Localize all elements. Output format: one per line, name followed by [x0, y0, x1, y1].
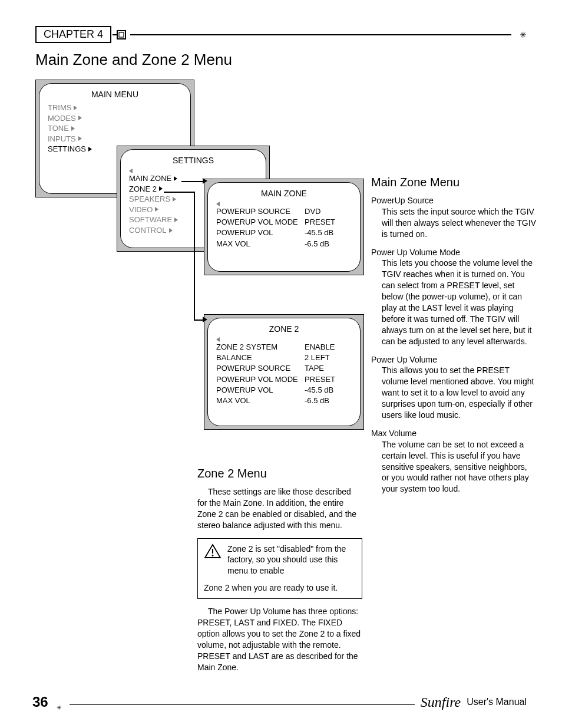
main-zone-explanation: Main Zone Menu PowerUp Source This sets … [371, 176, 536, 502]
arrow-right-icon [203, 178, 207, 184]
chapter-label: CHAPTER 4 [35, 26, 111, 43]
menu-item: TONE [48, 123, 182, 134]
paragraph: The Power Up Volume has three options: P… [197, 606, 362, 673]
kv-row: POWERUP VOL MODEPRESET [216, 374, 352, 385]
arrow-right-icon [74, 106, 77, 110]
definition-entry: Power Up Volume Mode This lets you choos… [371, 247, 536, 347]
arrow-left-icon [129, 169, 133, 173]
arrow-right-icon [71, 126, 75, 131]
page-title: Main Zone and Zone 2 Menu [35, 51, 232, 69]
arrow-right-icon [88, 147, 92, 151]
svg-rect-2 [119, 32, 124, 37]
cable-icon [113, 29, 128, 41]
section-heading: Main Zone Menu [371, 176, 536, 189]
connector-line [181, 181, 204, 182]
arrow-left-icon [216, 202, 220, 206]
warning-icon [204, 543, 222, 559]
kv-row: ZONE 2 SYSTEMENABLE [216, 342, 352, 353]
kv-row: BALANCE2 LEFT [216, 353, 352, 363]
notice-text: Zone 2 when you are ready to use it. [204, 582, 356, 594]
connector-line [164, 192, 194, 193]
back-row [216, 202, 352, 206]
notice-box: Zone 2 is set "disabled" from the factor… [197, 538, 362, 599]
arrow-right-icon [174, 218, 178, 222]
menu-diagram: MAIN MENU TRIMS MODES TONE INPUTS SETTIN… [35, 80, 365, 457]
connector-line [194, 192, 195, 320]
manual-label: User's Manual [467, 697, 527, 707]
brand-name: Sunfire [421, 694, 461, 710]
zone2-explanation: Zone 2 Menu These settings are like thos… [197, 467, 362, 680]
arrow-right-icon [155, 207, 158, 212]
header-rule [130, 34, 511, 35]
definition-entry: Max Volume The volume can be set to not … [371, 428, 536, 495]
star-icon: ✳ [57, 704, 61, 711]
kv-row: POWERUP SOURCEDVD [216, 206, 352, 217]
kv-row: POWERUP VOL-45.5 dB [216, 385, 352, 396]
arrow-left-icon [216, 337, 220, 342]
zone2-panel: ZONE 2 ZONE 2 SYSTEMENABLE BALANCE2 LEFT… [207, 318, 361, 426]
arrow-right-icon [78, 116, 82, 120]
page-footer: 36 ✳ Sunfire User's Manual [32, 694, 527, 710]
main-zone-panel: MAIN ZONE POWERUP SOURCEDVD POWERUP VOL … [207, 182, 361, 272]
panel-title: MAIN ZONE [216, 189, 352, 198]
panel-title: ZONE 2 [216, 324, 352, 334]
arrow-right-icon [173, 197, 176, 202]
star-icon: ✳ [520, 30, 527, 39]
menu-item: TRIMS [48, 103, 182, 113]
menu-item: INPUTS [48, 134, 182, 144]
arrow-right-icon [159, 186, 163, 191]
back-row [129, 169, 257, 173]
page-header: CHAPTER 4 ✳ [35, 26, 527, 43]
svg-point-5 [212, 555, 214, 556]
definition-entry: PowerUp Source This sets the input sourc… [371, 195, 536, 240]
kv-row: POWERUP VOL-45.5 dB [216, 228, 352, 238]
definition-entry: Power Up Volume This allows you to set t… [371, 354, 536, 421]
kv-row: MAX VOL-6.5 dB [216, 239, 352, 249]
kv-row: POWERUP VOL MODEPRESET [216, 217, 352, 228]
arrow-right-icon [169, 228, 173, 233]
panel-title: SETTINGS [129, 156, 257, 165]
section-heading: Zone 2 Menu [197, 467, 362, 480]
page-number: 36 [32, 694, 48, 710]
panel-title: MAIN MENU [48, 90, 182, 99]
arrow-right-icon [174, 176, 177, 181]
kv-row: MAX VOL-6.5 dB [216, 396, 352, 406]
kv-row: POWERUP SOURCETAPE [216, 363, 352, 374]
notice-text: Zone 2 is set "disabled" from the factor… [227, 543, 356, 577]
back-row [216, 337, 352, 342]
arrow-right-icon [78, 136, 82, 141]
arrow-right-icon [203, 317, 207, 322]
menu-item: MODES [48, 113, 182, 124]
paragraph: These settings are like those described … [197, 486, 362, 531]
footer-rule [70, 704, 415, 705]
